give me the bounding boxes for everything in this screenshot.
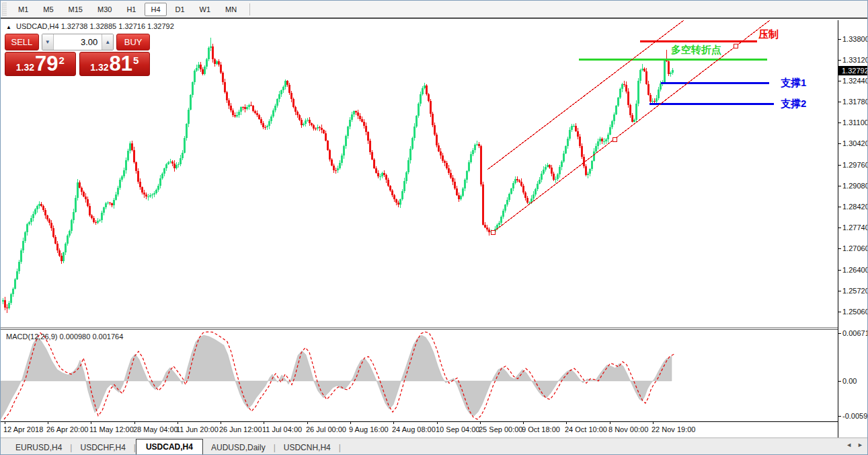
- tab-USDCADH4[interactable]: USDCAD,H4: [136, 439, 203, 455]
- axis-tick: [838, 312, 841, 312]
- date-tick: [5, 422, 5, 424]
- timeframe-button-MN[interactable]: MN: [219, 3, 243, 16]
- annotation-label[interactable]: 压制: [758, 28, 779, 41]
- date-tick: [437, 422, 438, 424]
- date-tick: [566, 422, 567, 424]
- timeframe-button-D1[interactable]: D1: [169, 3, 191, 16]
- price-axis-label: 1.29080: [842, 182, 868, 190]
- tab-AUDUSDDaily[interactable]: AUDUSD,Daily: [203, 440, 274, 455]
- tab-USDCHFH4[interactable]: USDCHF,H4: [72, 440, 133, 455]
- trendline-handle[interactable]: [491, 230, 495, 234]
- date-axis: 12 Apr 201826 Apr 20:0011 May 12:0028 Ma…: [1, 421, 839, 438]
- chart-symbol: USDCAD,H4: [16, 22, 59, 30]
- tab-EURUSDH4[interactable]: EURUSD,H4: [7, 440, 70, 455]
- date-tick: [653, 422, 654, 424]
- price-axis-label: 1.30420: [842, 139, 868, 147]
- price-axis-label: 1.31100: [842, 118, 868, 127]
- timeframe-button-H1[interactable]: H1: [120, 3, 142, 16]
- axis-tick: [838, 39, 841, 40]
- axis-tick: [838, 60, 841, 61]
- macd-panel: MACD(12,26,9) 0.000980 0.001764: [1, 330, 839, 421]
- toolbar-grip-handle[interactable]: [2, 3, 7, 16]
- tab-scroll-left-icon[interactable]: ◄: [846, 442, 852, 448]
- date-axis-label: 12 Apr 2018: [3, 425, 43, 433]
- bid-big-digits: 79: [35, 54, 58, 74]
- timeframe-button-M30[interactable]: M30: [91, 3, 118, 16]
- one-click-trade-panel: SELL ▼ 3.00 ▲ BUY 1.32 79 2 1.32 81 5: [5, 34, 150, 76]
- timeframe-button-M1[interactable]: M1: [12, 3, 34, 16]
- price-axis-label: 1.26400: [842, 266, 868, 274]
- timeframe-button-M5[interactable]: M5: [37, 3, 59, 16]
- price-axis: 1.338001.331201.324401.317801.311001.304…: [838, 20, 867, 438]
- volume-decrease-icon[interactable]: ▼: [42, 34, 54, 50]
- date-tick: [480, 422, 481, 424]
- chart-tab-bar: EURUSD,H4|USDCHF,H4|USDCAD,H4AUDUSD,Dail…: [1, 438, 867, 455]
- date-tick: [91, 422, 91, 424]
- date-axis-label: 9 Aug 16:00: [349, 425, 389, 433]
- date-axis-label: 24 Oct 10:00: [565, 425, 607, 433]
- chart-ohlc-values: 1.32738 1.32885 1.32716 1.32792: [61, 22, 174, 30]
- date-tick: [393, 422, 394, 424]
- macd-axis-label: 0.00: [842, 377, 857, 385]
- date-tick: [610, 422, 610, 424]
- current-price-tag: 1.32792: [838, 66, 868, 75]
- ask-quote-tile[interactable]: 1.32 81 5: [79, 52, 151, 76]
- volume-input[interactable]: 3.00: [54, 34, 102, 50]
- buy-button[interactable]: BUY: [116, 34, 150, 50]
- macd-histogram-area: [1, 335, 672, 419]
- channel-lower[interactable]: [493, 20, 770, 232]
- volume-increase-icon[interactable]: ▲: [102, 34, 113, 50]
- axis-tick: [838, 165, 841, 166]
- axis-tick: [838, 291, 841, 291]
- timeframe-toolbar: M1M5M15M30H1H4D1W1MN: [1, 1, 867, 19]
- date-axis-label: 9 Oct 18:00: [522, 425, 560, 433]
- axis-tick: [838, 123, 841, 123]
- date-tick: [177, 422, 178, 424]
- timeframe-button-W1[interactable]: W1: [194, 3, 217, 16]
- date-tick: [307, 422, 308, 424]
- date-tick: [221, 422, 221, 424]
- axis-tick: [838, 333, 841, 334]
- date-axis-label: 22 Nov 19:00: [652, 425, 695, 433]
- annotation-label[interactable]: 多空转折点: [671, 44, 721, 57]
- channel-upper[interactable]: [487, 20, 684, 170]
- chart-header: ▲ USDCAD,H4 1.32738 1.32885 1.32716 1.32…: [6, 22, 174, 30]
- trendline-handle[interactable]: [734, 44, 738, 48]
- tab-USDCNHH4[interactable]: USDCNH,H4: [276, 440, 339, 455]
- price-axis-label: 1.27060: [842, 244, 868, 252]
- date-tick: [350, 422, 351, 424]
- ask-pip-digit: 5: [133, 55, 139, 66]
- date-axis-label: 24 Aug 08:00: [392, 425, 436, 433]
- trendline-handle[interactable]: [613, 137, 617, 141]
- axis-tick: [838, 81, 841, 81]
- tab-separator: |: [339, 443, 341, 455]
- price-axis-label: 1.33120: [842, 56, 868, 64]
- axis-tick: [838, 102, 841, 102]
- bid-quote-tile[interactable]: 1.32 79 2: [5, 52, 76, 76]
- price-axis-label: 1.27740: [842, 223, 868, 232]
- date-axis-label: 26 Apr 20:00: [46, 425, 88, 433]
- axis-tick: [838, 228, 841, 228]
- volume-stepper: ▼ 3.00 ▲: [42, 34, 114, 50]
- macd-axis-label: 0.006718: [842, 329, 868, 337]
- axis-tick: [838, 381, 841, 382]
- bid-prefix: 1.32: [16, 62, 34, 73]
- expand-icon[interactable]: ▲: [6, 24, 11, 30]
- date-axis-label: 10 Sep 04:00: [436, 425, 479, 433]
- axis-tick: [838, 416, 841, 417]
- toolbar-separator: [249, 3, 250, 15]
- annotation-label[interactable]: 支撑1: [781, 77, 806, 90]
- timeframe-button-M15[interactable]: M15: [63, 3, 89, 16]
- ask-big-digits: 81: [109, 54, 132, 74]
- sell-button[interactable]: SELL: [5, 34, 39, 50]
- axis-tick: [838, 248, 841, 249]
- axis-tick: [838, 207, 841, 207]
- ask-prefix: 1.32: [90, 62, 108, 73]
- macd-chart: [1, 330, 839, 421]
- date-axis-label: 26 Jul 00:00: [306, 425, 346, 433]
- annotation-label[interactable]: 支撑2: [781, 98, 806, 110]
- tab-scroll-right-icon[interactable]: ►: [857, 442, 863, 448]
- timeframe-button-H4[interactable]: H4: [145, 3, 166, 16]
- price-axis-label: 1.28420: [842, 203, 868, 211]
- date-tick: [264, 422, 264, 424]
